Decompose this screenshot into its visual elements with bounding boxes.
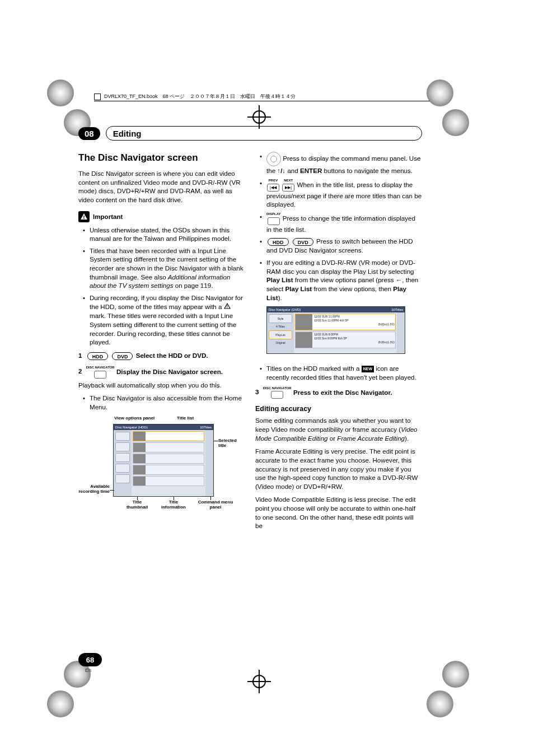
step-2: 2 DISC NAVIGATOR Display the Disc Naviga… — [78, 366, 245, 379]
svg-text:!: ! — [83, 214, 85, 220]
navigator-diagram: View options panel Title list Disc Navig… — [78, 416, 245, 522]
heading-editing-accuracy: Editing accuracy — [255, 404, 422, 414]
important-label: Important — [93, 212, 123, 221]
section-title: Editing — [106, 126, 422, 141]
bullet-hdd-dvd-switch: HDD DVD Press to switch between the HDD … — [261, 237, 422, 255]
hdd-pill[interactable]: HDD — [268, 238, 289, 246]
left-arrow-icon: ← — [396, 276, 402, 283]
header-rule — [94, 101, 430, 101]
accuracy-p3: Video Mode Compatible Editing is less pr… — [255, 495, 422, 530]
step-2-bullet: The Disc Navigator is also accessible fr… — [84, 394, 245, 411]
corner-shade-br — [442, 661, 469, 688]
important-icon: ! — [78, 211, 90, 222]
accuracy-p1: Some editing commands ask you whether yo… — [255, 416, 422, 442]
label-command-panel: Command menu panel — [196, 500, 235, 510]
next-key[interactable]: NEXT▶▶| — [282, 179, 295, 192]
step-3: 3 DISC NAVIGATOR Press to exit the Disc … — [255, 386, 422, 399]
label-title-list: Title list — [177, 416, 194, 421]
label-selected-title: Selected title — [218, 438, 245, 449]
dvd-button[interactable]: DVD — [112, 352, 133, 360]
step-3-text: Press to exit the Disc Navigator. — [293, 388, 392, 395]
label-available-time: Available recording time — [78, 484, 110, 494]
step-2-note: Playback will automatically stop when yo… — [78, 381, 245, 390]
navigator-screenshot: Disc Navigator (HDD) 10Titles — [113, 424, 214, 497]
corner-shade-bl2 — [47, 690, 74, 717]
bullet-new-titles: Titles on the HDD marked with a NEW icon… — [261, 364, 422, 381]
nav-sidebar — [114, 430, 132, 496]
disc-navigator-key-2[interactable]: DISC NAVIGATOR — [263, 386, 292, 399]
nav-title-list — [132, 430, 205, 496]
key-icon — [94, 371, 106, 379]
chapter-number: 08 — [78, 127, 100, 140]
nav-command-panel — [205, 430, 213, 496]
corner-shade-tl — [47, 80, 74, 106]
prev-key[interactable]: PREV|◀◀ — [266, 179, 280, 192]
new-badge-icon: NEW — [362, 366, 374, 372]
chapter-header: 08 Editing — [78, 126, 422, 141]
nav-row-selected — [133, 431, 204, 441]
svg-text:!: ! — [227, 305, 228, 309]
dpad-icon[interactable] — [266, 152, 281, 166]
display-key[interactable]: DISPLAY — [266, 212, 280, 225]
file-header-text: DVRLX70_TF_EN.book 68 ページ ２００７年８月１日 水曜日 … — [104, 93, 296, 100]
warning-triangle-icon: ! — [224, 303, 231, 312]
playlist-option[interactable]: PlayList — [269, 330, 292, 339]
corner-shade-tr2 — [442, 109, 469, 136]
hdd-button[interactable]: HDD — [87, 352, 109, 360]
bullet-display: DISPLAY Press to change the title inform… — [261, 212, 422, 234]
bullet-during-recording: During recording, if you display the Dis… — [84, 293, 245, 347]
nav-header: Disc Navigator (HDD) 10Titles — [114, 424, 213, 430]
corner-shade-br2 — [427, 690, 453, 717]
important-heading: ! Important — [78, 211, 245, 222]
language-label: En — [85, 668, 91, 673]
step-1-text: Select the HDD or DVD. — [136, 352, 208, 359]
bullet-osd: Unless otherwise stated, the OSDs shown … — [84, 226, 245, 243]
step-1: 1 HDD DVD Select the HDD or DVD. — [78, 351, 245, 360]
page-number: 68 — [78, 653, 102, 666]
dvd-pill[interactable]: DVD — [293, 238, 313, 246]
registration-mark-bottom — [250, 672, 269, 691]
accuracy-p2: Frame Accurate Editing is very precise. … — [255, 447, 422, 491]
bullet-playlist: If you are editing a DVD-R/-RW (VR mode)… — [261, 258, 422, 302]
label-title-thumb: Title thumbnail — [123, 500, 151, 510]
registration-mark-top — [250, 108, 269, 127]
nav2-header: Disc Navigator (DVD) 10Titles — [267, 307, 405, 312]
left-column: The Disc Navigator screen The Disc Navig… — [78, 152, 245, 535]
intro-paragraph: The Disc Navigator screen is where you c… — [78, 169, 245, 204]
step-2-text: Display the Disc Navigator screen. — [116, 367, 223, 375]
playlist-diagram: Disc Navigator (DVD) 10Titles Style 4 Ti… — [255, 306, 422, 360]
bullet-input-line: Titles that have been recorded with a In… — [84, 246, 245, 290]
bullet-prev-next: PREV|◀◀ NEXT▶▶| When in the title list, … — [261, 179, 422, 209]
book-icon — [94, 94, 101, 100]
label-title-info: Title information — [157, 500, 190, 510]
running-header: DVRLX70_TF_EN.book 68 ページ ２００７年８月１日 水曜日 … — [94, 93, 430, 100]
corner-shade-tr — [427, 80, 453, 106]
up-down-arrow-icon: ↑/↓ — [277, 167, 285, 174]
heading-disc-navigator: The Disc Navigator screen — [78, 152, 245, 165]
key-icon-2 — [271, 391, 283, 399]
bullet-command-menu: Press to display the command menu panel.… — [261, 152, 422, 175]
right-column: Press to display the command menu panel.… — [255, 152, 422, 535]
label-view-options: View options panel — [114, 416, 154, 421]
disc-navigator-key[interactable]: DISC NAVIGATOR — [86, 366, 115, 379]
